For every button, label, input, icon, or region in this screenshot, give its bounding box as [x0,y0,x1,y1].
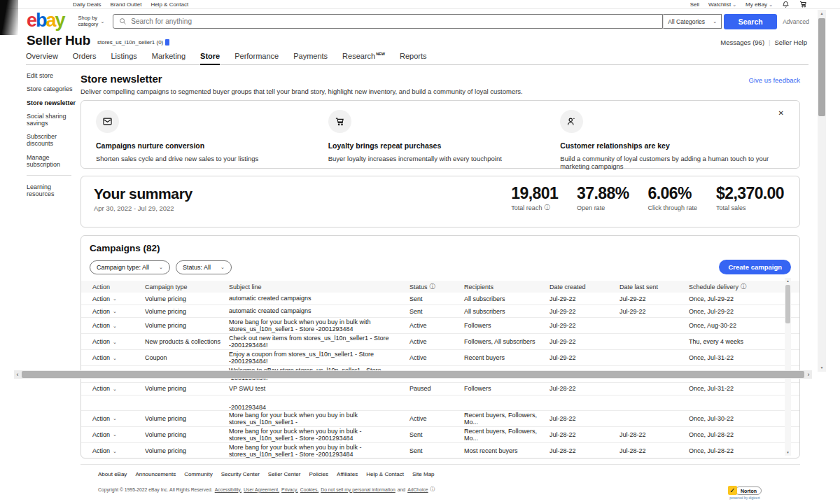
action-dropdown[interactable]: Action⌄ [92,308,139,315]
footer-link-seller-center[interactable]: Seller Center [268,471,301,477]
scroll-up-icon[interactable]: ▲ [785,278,791,284]
scroll-down-icon[interactable]: ▼ [785,449,791,456]
sidebar-item-manage-subscription[interactable]: Manage subscription [27,155,80,169]
action-dropdown[interactable]: Action⌄ [92,295,139,302]
tab-orders[interactable]: Orders [73,52,97,64]
sidebar-item-social-sharing-savings[interactable]: Social sharing savings [27,113,80,127]
date-last-sent-cell: Jul-29-22 [620,308,689,315]
horizontal-scrollbar[interactable]: ‹ › [14,370,812,379]
campaign-type-cell: Volume pricing [145,308,229,315]
tab-listings[interactable]: Listings [111,52,136,64]
store-name[interactable]: stores_us_l10n_seller1 (0) [97,39,169,46]
action-dropdown[interactable]: Action⌄ [92,415,139,422]
ebay-logo[interactable]: ebay [27,11,64,30]
seller-help-link[interactable]: Seller Help [775,38,807,46]
info-icon[interactable]: ⓘ [544,205,550,211]
summary-stat: 37.88% Open rate [577,186,629,227]
schedule-delivery-cell: Once, Jul-29-22 [689,295,781,302]
chevron-down-icon: ⌄ [113,432,117,437]
action-dropdown[interactable]: Action⌄ [92,322,139,329]
sidebar-item-subscriber-discounts[interactable]: Subscriber discounts [27,134,80,148]
footer-link-community[interactable]: Community [184,471,212,477]
filter-campaign-type[interactable]: Campaign type: All⌄ [90,260,170,274]
sidebar-divider [27,175,71,176]
tab-performance[interactable]: Performance [234,52,279,64]
chevron-down-icon: ⌄ [220,265,225,270]
footer-link-announcements[interactable]: Announcements [135,471,176,477]
table-row: Action⌄ Volume pricing VP SWU test Pause… [81,383,799,396]
close-icon[interactable]: ✕ [778,109,784,117]
sidebar-item-store-newsletter[interactable]: Store newsletter [27,100,80,107]
sidebar-item-store-categories[interactable]: Store categories [27,86,80,93]
categories-select[interactable]: All Categories⌄ [663,14,722,29]
new-badge: NEW [376,52,385,56]
page-scrollbar-thumb[interactable] [818,18,825,116]
store-sidebar: Edit storeStore categoriesStore newslett… [27,73,80,504]
tab-overview[interactable]: Overview [26,52,58,64]
campaigns-title: Campaigns (82) [90,243,799,253]
table-scrollbar-thumb[interactable] [785,285,790,323]
summary-title: Your summary [94,186,192,202]
date-created-cell: Jul-28-22 [550,447,620,454]
notifications-bell-icon[interactable] [782,1,790,8]
link-help-contact[interactable]: Help & Contact [150,1,188,8]
tab-payments[interactable]: Payments [293,52,328,64]
norton-check-icon: ✓ [728,486,737,495]
education-banner: ✕ Campaigns nurture convers [80,100,800,169]
footer-link-policies[interactable]: Policies [309,471,328,477]
scroll-right-icon[interactable]: › [805,370,812,379]
advanced-search-link[interactable]: Advanced [783,18,809,25]
link-watchlist[interactable]: Watchlist⌄ [708,1,736,8]
shop-by-category-menu[interactable]: Shop bycategory ⌄ [78,15,105,27]
action-dropdown[interactable]: Action⌄ [92,431,139,438]
info-icon[interactable]: ⓘ [430,284,435,290]
tab-marketing[interactable]: Marketing [152,52,186,64]
link-daily-deals[interactable]: Daily Deals [73,1,101,8]
action-dropdown[interactable]: Action⌄ [92,338,139,345]
tab-research[interactable]: ResearchNEW [342,52,385,64]
table-row: Action⌄ Volume pricing automatic created… [81,293,799,305]
date-created-cell: Jul-28-22 [550,431,620,438]
filter-status[interactable]: Status: All⌄ [176,260,232,274]
footer-link-site-map[interactable]: Site Map [412,471,435,477]
cart-icon[interactable] [799,0,808,8]
footer-link-about-ebay[interactable]: About eBay [98,471,127,477]
scroll-down-icon[interactable]: ▼ [818,364,826,372]
seller-hub-header: Seller Hub stores_us_l10n_seller1 (0) Me… [0,32,840,48]
footer-link-affiliates[interactable]: Affiliates [337,471,358,477]
footer-link-security-center[interactable]: Security Center [221,471,260,477]
chevron-down-icon: ⌄ [113,449,117,454]
subject-line-cell: More bang for your buck when you buy in … [229,318,410,332]
action-dropdown[interactable]: Action⌄ [92,385,139,392]
search-button[interactable]: Search [724,14,777,29]
link-sell[interactable]: Sell [690,1,699,8]
sidebar-item-edit-store[interactable]: Edit store [27,73,80,80]
table-scrollbar[interactable]: ▲ ▼ [785,278,791,456]
give-feedback-link[interactable]: Give us feedback [749,76,800,84]
table-row: Action⌄ Coupon Enjoy a coupon from store… [81,350,799,366]
tab-store[interactable]: Store [200,52,220,64]
tab-reports[interactable]: Reports [400,52,427,64]
horizontal-scrollbar-thumb[interactable] [22,371,804,378]
sidebar-item-learning-resources[interactable]: Learning resources [27,184,80,198]
chevron-down-icon: ⌄ [100,19,104,24]
schedule-delivery-cell: Once, Jul-31-22 [689,385,781,392]
date-created-cell: Jul-28-22 [550,415,620,422]
summary-date-range: Apr 30, 2022 - Jul 29, 2022 [94,204,192,212]
action-dropdown[interactable]: Action⌄ [92,447,139,454]
scroll-up-icon[interactable]: ▲ [818,10,826,18]
search-input[interactable] [131,18,662,25]
link-brand-outlet[interactable]: Brand Outlet [110,1,141,8]
date-created-cell: Jul-29-22 [550,338,620,345]
action-dropdown[interactable]: Action⌄ [92,354,139,361]
scroll-left-icon[interactable]: ‹ [14,370,21,379]
clipped-subject-line: -2001293484 [81,404,799,411]
link-my-ebay[interactable]: My eBay⌄ [746,1,773,8]
table-row: Action⌄ New products & collections Check… [81,334,799,350]
chevron-down-icon: ⌄ [113,386,117,391]
page-scrollbar[interactable]: ▲ ▼ [818,10,826,372]
create-campaign-button[interactable]: Create campaign [719,260,791,274]
footer-link-help-contact[interactable]: Help & Contact [366,471,404,477]
messages-link[interactable]: Messages (96) [720,38,764,46]
info-icon[interactable]: ⓘ [741,284,746,290]
